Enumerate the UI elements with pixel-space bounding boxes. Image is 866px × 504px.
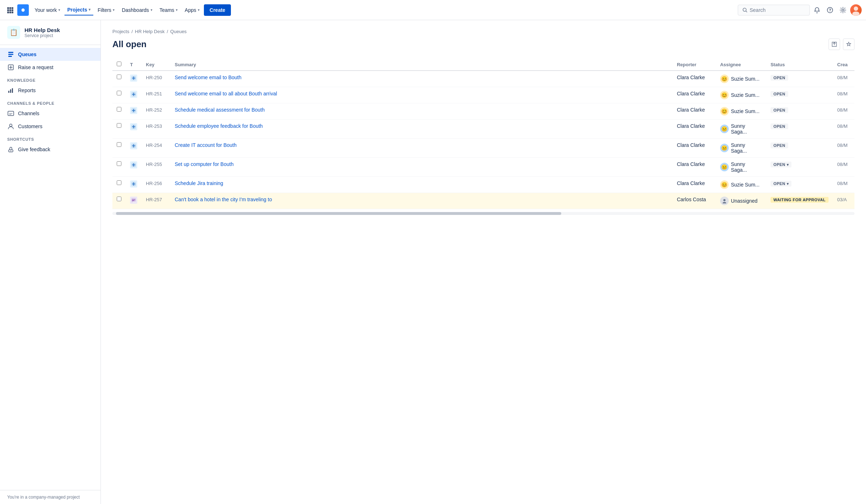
breadcrumb-projects[interactable]: Projects — [112, 29, 129, 34]
svg-rect-21 — [12, 88, 13, 93]
status-badge: OPEN — [771, 123, 788, 129]
notifications-button[interactable] — [811, 4, 823, 16]
help-button[interactable]: ? — [824, 4, 836, 16]
svg-rect-6 — [7, 12, 9, 13]
reporter-name: Clara Clarke — [677, 91, 705, 96]
sidebar-item-give-feedback[interactable]: Give feedback — [0, 143, 101, 156]
assignee-name: Suzie Sum... — [731, 76, 759, 82]
svg-rect-20 — [10, 89, 11, 93]
issue-key: HR-251 — [146, 91, 162, 96]
issue-summary-link[interactable]: Set up computer for Bouth — [175, 161, 233, 167]
sidebar-item-reports[interactable]: Reports — [0, 84, 101, 97]
reports-icon — [7, 87, 14, 94]
assignee-avatar: 😐 — [720, 144, 729, 152]
table-row: HR-254Create IT account for BouthClara C… — [112, 139, 854, 158]
issue-summary-link[interactable]: Schedule Jira training — [175, 180, 223, 186]
filters-nav[interactable]: Filters ▾ — [95, 5, 117, 15]
row-checkbox[interactable] — [117, 107, 121, 112]
dashboards-nav[interactable]: Dashboards ▾ — [119, 5, 155, 15]
svg-rect-17 — [8, 56, 12, 57]
type-service-icon — [130, 75, 137, 82]
teams-chevron: ▾ — [176, 8, 178, 12]
header-checkbox — [112, 59, 126, 71]
breadcrumb-queues[interactable]: Queues — [170, 29, 187, 34]
table-scrollbar-thumb — [116, 212, 561, 215]
status-badge[interactable]: OPEN▾ — [771, 181, 791, 186]
select-all-checkbox[interactable] — [117, 62, 121, 66]
header-status[interactable]: Status — [766, 59, 833, 71]
type-service-icon — [130, 91, 137, 98]
status-badge: OPEN — [771, 91, 788, 97]
user-avatar[interactable] — [850, 4, 862, 16]
sidebar: 📋 HR Help Desk Service project Queues — [0, 20, 101, 504]
sidebar-item-raise-request[interactable]: Raise a request — [0, 61, 101, 74]
row-checkbox[interactable] — [117, 75, 121, 79]
assignee-avatar: 😊 — [720, 91, 729, 99]
type-service-icon — [130, 107, 137, 114]
row-checkbox[interactable] — [117, 142, 121, 147]
issue-summary-link[interactable]: Can't book a hotel in the city I'm trave… — [175, 197, 272, 202]
main-content: Projects / HR Help Desk / Queues All ope… — [101, 20, 866, 504]
row-checkbox[interactable] — [117, 123, 121, 128]
reporter-name: Clara Clarke — [677, 142, 705, 148]
grid-icon[interactable] — [4, 4, 16, 16]
issue-summary-link[interactable]: Send welcome email to Bouth — [175, 75, 241, 80]
filters-chevron: ▾ — [113, 8, 115, 12]
teams-nav[interactable]: Teams ▾ — [157, 5, 180, 15]
type-service-icon — [130, 123, 137, 130]
status-badge[interactable]: OPEN▾ — [771, 162, 791, 167]
export-button[interactable] — [829, 39, 840, 50]
breadcrumb: Projects / HR Help Desk / Queues — [112, 29, 854, 34]
created-date: 08/M — [837, 75, 848, 80]
sidebar-item-channels[interactable]: Channels — [0, 107, 101, 120]
status-dropdown-chevron[interactable]: ▾ — [787, 163, 789, 167]
type-service-icon — [130, 161, 137, 168]
assignee-avatar: 😊 — [720, 107, 729, 116]
assignee-cell: 😊Suzie Sum... — [720, 75, 762, 83]
your-work-nav[interactable]: Your work ▾ — [32, 5, 63, 15]
issue-summary-link[interactable]: Create IT account for Bouth — [175, 142, 237, 148]
breadcrumb-hr-help-desk[interactable]: HR Help Desk — [135, 29, 165, 34]
project-icon: 📋 — [7, 26, 20, 39]
sidebar-item-customers[interactable]: Customers — [0, 120, 101, 133]
issue-key: HR-255 — [146, 162, 162, 167]
search-box[interactable]: Search — [738, 5, 810, 15]
table-scrollbar[interactable] — [112, 212, 854, 215]
row-checkbox[interactable] — [117, 180, 121, 185]
header-key[interactable]: Key — [142, 59, 170, 71]
sidebar-nav: Queues Raise a request KNOWLEDGE — [0, 45, 101, 490]
create-button[interactable]: Create — [204, 4, 231, 16]
star-button[interactable] — [843, 39, 854, 50]
issue-table: T Key Summary Reporter Assignee Status C… — [112, 59, 854, 209]
issue-key: HR-256 — [146, 181, 162, 186]
header-created[interactable]: Crea — [833, 59, 854, 71]
apps-nav[interactable]: Apps ▾ — [182, 5, 202, 15]
assignee-name: Sunny Saga... — [731, 142, 762, 154]
row-checkbox[interactable] — [117, 91, 121, 95]
row-checkbox[interactable] — [117, 161, 121, 166]
jira-logo[interactable] — [17, 4, 29, 16]
shortcuts-section-label: SHORTCUTS — [0, 133, 101, 143]
sidebar-item-queues[interactable]: Queues — [0, 48, 101, 61]
row-checkbox[interactable] — [117, 197, 121, 201]
settings-button[interactable] — [837, 4, 849, 16]
assignee-avatar: 😊 — [720, 180, 729, 189]
issue-summary-link[interactable]: Schedule employee feedback for Bouth — [175, 123, 263, 129]
status-dropdown-chevron[interactable]: ▾ — [787, 182, 789, 186]
table-row: HR-257Can't book a hotel in the city I'm… — [112, 193, 854, 209]
created-date: 03/A — [837, 197, 847, 202]
issue-summary-link[interactable]: Send welcome email to all about Bouth ar… — [175, 91, 277, 96]
svg-rect-2 — [12, 7, 13, 9]
header-reporter[interactable]: Reporter — [673, 59, 716, 71]
created-date: 08/M — [837, 91, 848, 96]
header-assignee[interactable]: Assignee — [716, 59, 766, 71]
assignee-cell: 😐Sunny Saga... — [720, 123, 762, 135]
table-row: HR-251Send welcome email to all about Bo… — [112, 87, 854, 103]
header-summary[interactable]: Summary — [170, 59, 673, 71]
issue-key: HR-257 — [146, 197, 162, 202]
reporter-name: Clara Clarke — [677, 180, 705, 186]
issue-summary-link[interactable]: Schedule medical assessment for Bouth — [175, 107, 265, 113]
projects-nav[interactable]: Projects ▾ — [64, 5, 93, 15]
reporter-name: Clara Clarke — [677, 107, 705, 113]
search-icon — [742, 8, 747, 13]
